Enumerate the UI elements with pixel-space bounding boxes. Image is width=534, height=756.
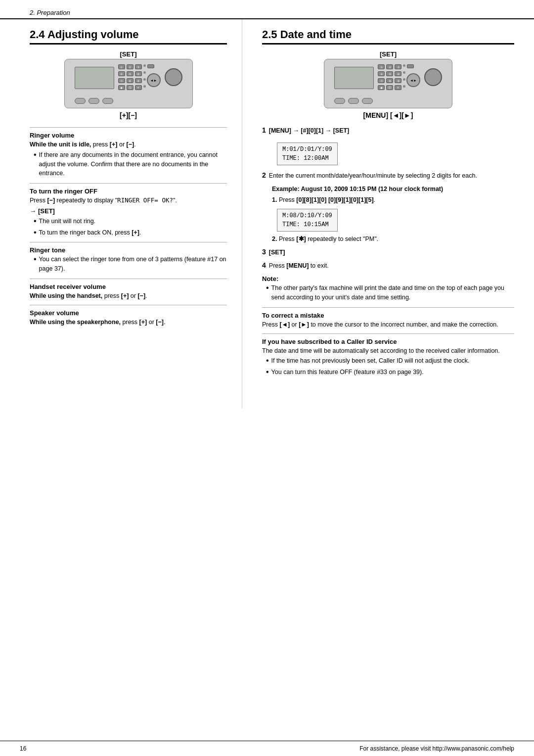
ringer-off-bullet1: • The unit will not ring. — [34, 217, 227, 227]
bullet-dot-4: • — [34, 255, 37, 263]
key-2: ② — [127, 64, 134, 69]
key-r2: ② — [386, 64, 393, 69]
bottom-btns-left — [75, 98, 113, 104]
arrow-set: → [SET] — [30, 207, 227, 215]
ringer-off-title: To turn the ringer OFF — [30, 188, 227, 195]
step3: 3 [SET] — [262, 248, 514, 258]
section-25-title: 2.5 Date and time — [262, 28, 514, 45]
left-section: 2.4 Adjusting volume [SET] ① ② ③ — [0, 19, 242, 409]
key-5: ⑤ — [127, 71, 134, 76]
key-rhash: # — [395, 85, 401, 90]
oval-btn-1 — [75, 98, 86, 104]
page: 2. Preparation 2.4 Adjusting volume [SET… — [0, 0, 534, 756]
caller-id-title: If you have subscribed to a Caller ID se… — [262, 338, 514, 345]
set-button-left — [165, 68, 182, 86]
dash-btn — [147, 64, 154, 68]
bullet-dot-c1: • — [266, 357, 269, 365]
oval-btn-r2 — [348, 98, 359, 104]
key-8: ⑧ — [127, 78, 134, 83]
bullet-dot-note: • — [266, 284, 269, 292]
speaker-volume-line1: While using the speakerphone, press [+] … — [30, 318, 227, 327]
key-r8: ⑧ — [386, 78, 393, 83]
device-image-right: ① ② ③ ④ ⑤ ⑥ — [324, 59, 452, 108]
ringer-tone-bullet1: • You can select the ringer tone from on… — [34, 255, 227, 275]
key-r6: ⑥ — [395, 71, 401, 76]
note-label: Note: — [262, 275, 514, 283]
device-screen-right — [334, 67, 374, 89]
section-24-title: 2.4 Adjusting volume — [30, 28, 227, 45]
key-0: ⓪ — [127, 85, 134, 90]
handset-volume-title: Handset receiver volume — [30, 283, 227, 290]
oval-btn-2 — [89, 98, 99, 104]
nav-circle-left: ◄► — [147, 73, 161, 87]
page-number: 16 — [20, 745, 26, 752]
caller-id-bullet1: • If the time has not previously been se… — [266, 356, 514, 367]
divider-2 — [30, 183, 227, 184]
set-button-right — [424, 68, 442, 86]
key-6: ⑥ — [135, 71, 142, 76]
right-section: 2.5 Date and time [SET] ① ② ③ — [242, 19, 534, 409]
section-label: 2. Preparation — [30, 9, 504, 16]
ringer-off-line1: Press [−] repeatedly to display "RINGER … — [30, 196, 227, 205]
bullet-dot-3: • — [34, 229, 37, 236]
key-r9: ⑨ — [395, 78, 401, 83]
assistance-text: For assistance, please visit http://www.… — [359, 745, 514, 752]
ringer-tone-title: Ringer tone — [30, 246, 227, 254]
ringer-volume-bullet1: • If there are any documents in the docu… — [34, 150, 227, 179]
ringer-volume-title: Ringer volume — [30, 132, 227, 139]
led-4 — [143, 85, 146, 88]
example-step2: 2. Press [✱] repeatedly to select "PM". — [272, 235, 514, 244]
step1: 1 [MENU] → [#][0][1] → [SET] — [262, 126, 514, 137]
ringer-off-bullet2: • To turn the ringer back ON, press [+]. — [34, 228, 227, 238]
led-3 — [143, 78, 146, 81]
device-diagram-left: [SET] ① ② ③ — [30, 50, 227, 123]
device-image-left: ① ② ③ ④ ⑤ ⑥ — [64, 59, 193, 108]
led-1 — [143, 64, 146, 67]
controls-label-left: [+][−] — [120, 111, 137, 119]
step2: 2 Enter the current month/date/year/hour… — [262, 171, 514, 182]
bullet-dot-2: • — [34, 217, 37, 225]
bullet-dot-c2: • — [266, 368, 269, 376]
speaker-volume-title: Speaker volume — [30, 309, 227, 317]
key-r5: ⑤ — [386, 71, 393, 76]
key-hash: # — [135, 85, 142, 90]
dash-btn-r — [407, 64, 414, 68]
led-r2 — [403, 71, 405, 74]
key-r0: ⓪ — [386, 85, 393, 90]
bullet-dot-1: • — [34, 151, 37, 159]
divider-r2 — [262, 333, 514, 334]
correct-title: To correct a mistake — [262, 312, 514, 319]
step4: 4 Press [MENU] to exit. — [262, 261, 514, 272]
handset-volume-line1: While using the handset, press [+] or [−… — [30, 291, 227, 301]
oval-btn-r3 — [362, 98, 373, 104]
ringer-volume-line1: While the unit is idle, press [+] or [−]… — [30, 140, 227, 149]
key-7: ⑦ — [118, 78, 125, 83]
page-footer: 16 For assistance, please visit http://w… — [0, 741, 534, 756]
menu-label-right: [MENU] [◄][►] — [363, 111, 413, 119]
key-star: ✱ — [118, 85, 125, 90]
correct-text: Press [◄] or [►] to move the cursor to t… — [262, 320, 514, 330]
device-screen-left — [75, 67, 114, 89]
main-content: 2.4 Adjusting volume [SET] ① ② ③ — [0, 19, 534, 409]
divider-1 — [30, 127, 227, 128]
key-r7: ⑦ — [378, 78, 385, 83]
caller-id-bullet2: • You can turn this feature OFF (feature… — [266, 368, 514, 378]
oval-btn-3 — [102, 98, 113, 104]
key-4: ④ — [118, 71, 125, 76]
divider-r1 — [262, 307, 514, 308]
led-2 — [143, 71, 146, 74]
key-3: ③ — [135, 64, 142, 69]
device-diagram-right: [SET] ① ② ③ — [262, 50, 514, 123]
mono-box-2: M:08/D:10/Y:09 TIME: 10:15AM — [277, 209, 338, 232]
divider-5 — [30, 305, 227, 305]
led-r1 — [403, 64, 405, 67]
key-r4: ④ — [378, 71, 385, 76]
divider-4 — [30, 279, 227, 279]
bottom-btns-right — [334, 98, 373, 104]
led-r4 — [403, 85, 405, 88]
led-r3 — [403, 78, 405, 81]
example-title: Example: August 10, 2009 10:15 PM (12 ho… — [272, 185, 514, 194]
note-text: • The other party's fax machine will pri… — [266, 284, 514, 303]
key-rstar: ✱ — [378, 85, 385, 90]
set-label-left: [SET] — [120, 50, 137, 58]
